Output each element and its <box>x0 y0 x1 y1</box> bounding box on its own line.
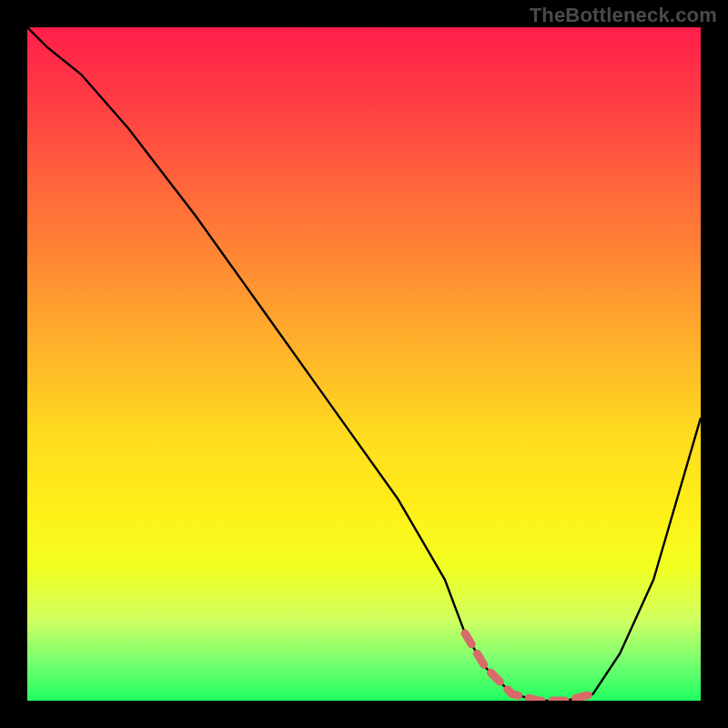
chart-container: TheBottleneck.com <box>0 0 728 728</box>
bottleneck-curve <box>27 27 701 701</box>
plot-area <box>27 27 701 701</box>
highlight-band <box>465 633 593 701</box>
curve-layer <box>27 27 701 701</box>
watermark: TheBottleneck.com <box>530 4 717 27</box>
